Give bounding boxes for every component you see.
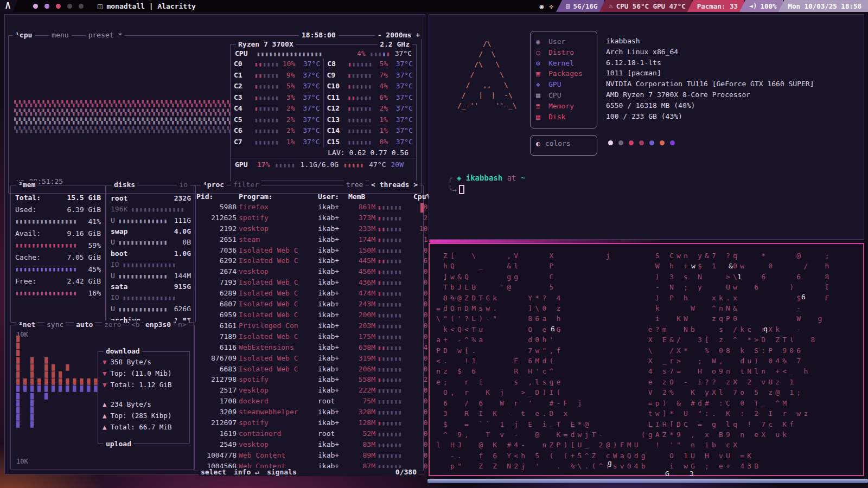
usage-meter: ▮▮▮▮▮▮ xyxy=(378,267,411,278)
net-iface-next[interactable]: n> xyxy=(176,320,189,329)
usage-meter: ▮▮▮▮▮▮ xyxy=(378,203,411,213)
workspace-dot-1[interactable] xyxy=(33,4,38,9)
net-tab-sync[interactable]: sync xyxy=(44,320,66,329)
usage-meter: ▮▮▮▮▮▮ xyxy=(254,81,279,92)
proc-col-header[interactable]: MemB xyxy=(348,192,375,202)
process-row[interactable]: 6683Isolated Web Cikab+206M▮▮▮▮▮▮0.0 xyxy=(196,364,421,375)
process-row[interactable]: 2517vesktopikab+222M▮▮▮▮▮▮0.0 xyxy=(196,386,421,396)
process-row[interactable]: 2674vesktopikab+456M▮▮▮▮▮▮0.5 xyxy=(196,267,421,278)
memory-row-avail: Avail:9.16 GiB xyxy=(11,228,105,240)
cpu-core-c14: C14▮▮▮▮▮▮1%37°C xyxy=(323,125,417,137)
matrix-row: 8%@ZDTCk Y*? 4 ) P h xk.x $ F xyxy=(436,293,832,303)
up-arrow-icon: ▲ xyxy=(103,421,107,433)
usage-meter: ▮▮▮▮▮▮ xyxy=(348,93,373,104)
proc-select-button[interactable]: select xyxy=(201,468,226,476)
steam-tray-icon[interactable]: ◉ xyxy=(539,2,544,10)
net-tab-auto[interactable]: auto xyxy=(74,320,95,329)
net-stat-row: ▼Total: 1.12 GiB xyxy=(103,379,185,390)
cpu-core-c6: C6▮▮▮▮▮▮2%37°C xyxy=(231,125,323,137)
terminal-btm-window[interactable]: ¹cpu menu preset * 18:58:00 - 2000ms + ▚… xyxy=(4,14,425,474)
process-row[interactable]: 6161Privileged Conikab+203M▮▮▮▮▮▮0.0 xyxy=(196,321,421,332)
usage-meter: ▮▮▮▮▮▮ xyxy=(254,70,279,81)
matrix-highlight-char: & xyxy=(729,262,733,270)
proc-signals-button[interactable]: signals xyxy=(267,468,297,476)
memory-row-cache: Cache:7.05 GiB xyxy=(11,252,105,264)
terminal-matrix-window[interactable]: Z[ \ ,V X j S Cwn y&7 ?q * @ ; hQ _ &l P… xyxy=(429,243,864,476)
usage-meter: ▮▮▮▮▮▮ xyxy=(378,289,411,299)
proc-col-header[interactable]: Pid: xyxy=(196,192,237,202)
usage-meter: ▮▮▮▮▮▮ xyxy=(378,224,411,235)
segment-volume[interactable]: ◄)100% xyxy=(739,0,783,12)
process-row[interactable]: 3209steamwebhelperikab+328M▮▮▮▮▮▮0.0 xyxy=(196,407,421,418)
fetch-labels-box: ◉User○Distro⚙Kernel▣Packages❖GPU▦CPU≣Mem… xyxy=(530,31,597,129)
process-row[interactable]: 7193Isolated Web Cikab+436M▮▮▮▮▮▮0.5 xyxy=(196,278,421,288)
proc-threads-toggle[interactable]: < threads > xyxy=(369,181,420,189)
proc-col-header[interactable]: User: xyxy=(318,192,346,202)
cpu-legend-box: Ryzen 7 3700X 2.2 GHz CPU ▮▮▮▮▮▮▮▮▮▮▮▮▮▮… xyxy=(230,44,417,181)
workspace-dot-4[interactable] xyxy=(67,4,72,9)
workspace-dot-5[interactable] xyxy=(79,4,84,9)
usage-meter: ▮▮▮▮▮▮ xyxy=(378,354,411,364)
matrix-row: k<Q<Tu O e G e?m Nb s /kc rXk - xyxy=(436,324,832,335)
process-row[interactable]: 6959Isolated Web Cikab+200M▮▮▮▮▮▮0.0 xyxy=(196,310,421,321)
segment-clock[interactable]: Mon 10/03/25 18:58 xyxy=(778,0,868,12)
cpu-core-row: C4▮▮▮▮▮▮2%37°CC12▮▮▮▮▮▮2%37°C xyxy=(231,103,416,114)
gpu-watt: 20W xyxy=(391,160,404,169)
proc-tab[interactable]: ⁴proc xyxy=(201,181,226,189)
preset-button[interactable]: preset * xyxy=(86,31,125,39)
refresh-rate-control[interactable]: - 2000ms + xyxy=(375,31,423,39)
fetch-label-gpu: ❖GPU xyxy=(536,79,591,90)
proc-info-button[interactable]: info ↵ xyxy=(234,468,259,476)
down-arrow-icon: ▼ xyxy=(103,379,107,390)
menu-button[interactable]: menu xyxy=(49,31,71,39)
segment-memory[interactable]: ▤5G/16G xyxy=(556,0,604,12)
process-row[interactable]: 212697spotifyikab+128M▮▮▮▮▮▮0.5 xyxy=(196,418,421,429)
process-row[interactable]: 6116WebExtensionsikab+638M▮▮▮▮▮▮4.0 xyxy=(196,343,421,354)
tab-cpu[interactable]: ¹cpu xyxy=(12,31,35,39)
cpu-core-row: C1▮▮▮▮▮▮9%37°CC9▮▮▮▮▮▮7%37°C xyxy=(231,70,416,81)
cpu-core-c0: C0▮▮▮▮▮▮10%37°C xyxy=(231,59,323,70)
workspace-dot-3[interactable] xyxy=(56,4,61,9)
process-row[interactable]: 2192vesktopikab+233M▮▮▮▮▮▮10.0 xyxy=(196,224,421,235)
matrix-row: nz $ 6 R H'c^ 4 s7= H o9n tNln +<_ h xyxy=(436,366,832,376)
proc-col-header[interactable]: Program: xyxy=(239,192,316,202)
gpu-pct: 17% xyxy=(257,160,270,169)
matrix-row: -. f 6 Y<h 5 ( (+5^Z cWaQdg O 1U H vU =K xyxy=(436,451,832,461)
launcher-segment[interactable]: Λ xyxy=(0,0,18,12)
cpu-freq-label: 2.2 GHz xyxy=(378,40,412,48)
process-row[interactable]: 1619containerdroot52M▮▮▮▮▮▮0.0 xyxy=(196,429,421,440)
layout-icon[interactable]: ◫ xyxy=(98,2,102,10)
cpu-usage-graph: ▚▚▚▚▚▚▚▚▚▚▚▚▚▚▚▚▚▚▚▚▚▚▚▚▚▚▚▚▚▚▚▚▚▚▚▚▚▚▚▚… xyxy=(14,100,238,134)
net-tab-zero[interactable]: zero xyxy=(102,320,123,329)
process-row[interactable]: 7189Isolated Web Cikab+175M▮▮▮▮▮▮0.0 xyxy=(196,332,421,343)
workspace-dot-2[interactable] xyxy=(44,4,49,9)
matrix-row: Z[ \ ,V X j S Cwn y&7 ?q * @ ; xyxy=(436,251,832,261)
process-row[interactable]: 6807Isolated Web Cikab+243M▮▮▮▮▮▮0.0 xyxy=(196,299,421,310)
process-row[interactable]: 2549vesktopikab+83M▮▮▮▮▮▮0.0 xyxy=(196,440,421,451)
net-iface-prev[interactable]: <b xyxy=(129,320,142,329)
text-cursor[interactable] xyxy=(459,185,464,194)
proc-filter[interactable]: filter xyxy=(231,181,261,189)
usage-meter: ▮▮▮▮▮▮ xyxy=(378,322,411,332)
process-row[interactable]: 5988firefoxikab+861M▮▮▮▮▮▮0.5 xyxy=(196,202,421,213)
matrix-highlight-char: 1 xyxy=(737,273,742,281)
segment-temps[interactable]: ♨CPU 56°C GPU 47°C xyxy=(599,0,692,12)
process-row[interactable]: 1708dockerdroot75M▮▮▮▮▮▮0.0 xyxy=(196,396,421,407)
process-row[interactable]: 6292Isolated Web Cikab+445M▮▮▮▮▮▮6.5 xyxy=(196,256,421,267)
process-row[interactable]: 6289Isolated Web Cikab+474M▮▮▮▮▮▮0.5 xyxy=(196,288,421,299)
process-row[interactable]: 876709Isolated Web Cikab+319M▮▮▮▮▮▮0.5 xyxy=(196,354,421,364)
segment-pacman[interactable]: Pacman: 33 xyxy=(687,0,744,12)
process-row[interactable]: 2651steamikab+174M▮▮▮▮▮▮1.0 xyxy=(196,235,421,246)
process-row[interactable]: 7036Isolated Web Cikab+150M▮▮▮▮▮▮0.0 xyxy=(196,246,421,256)
proc-tree-toggle[interactable]: tree xyxy=(344,181,365,189)
process-row[interactable]: 212798spotifyikab+558M▮▮▮▮▮▮2.0 xyxy=(196,375,421,386)
process-row[interactable]: 1004778Web Contentikab+89M▮▮▮▮▮▮0.0 xyxy=(196,451,421,461)
fetch-value-gpu: NVIDIA Corporation TU116 [GeForce GTX 16… xyxy=(606,79,814,89)
shell-prompt[interactable]: ╭ ◈ ikabbash at ~ ╰→ xyxy=(448,172,525,196)
terminal-fetch-window[interactable]: /\ / \ /\ \ / \ / ,, \ / | | -\ /_-'' ''… xyxy=(429,14,864,240)
process-row[interactable]: 212625spotifyikab+373M▮▮▮▮▮▮2.5 xyxy=(196,213,421,224)
cpu-core-row: C0▮▮▮▮▮▮10%37°CC8▮▮▮▮▮▮5%37°C xyxy=(231,59,416,70)
input-tray-icon[interactable]: ✜ xyxy=(549,2,553,10)
net-stats-box: download ▼358 Byte/s▼Top: (11.0 Mib)▼Tot… xyxy=(98,351,190,444)
proc-selection-count: 0/380 xyxy=(395,468,417,476)
